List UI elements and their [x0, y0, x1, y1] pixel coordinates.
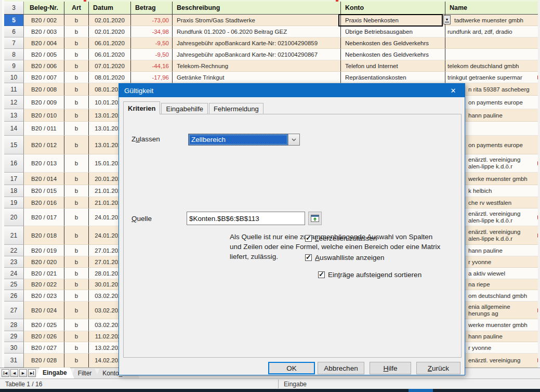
cell-beleg-nr[interactable]: B20 / 021: [24, 268, 64, 279]
cell-name[interactable]: [445, 37, 538, 49]
cell-art[interactable]: b: [64, 49, 89, 60]
tab-kriterien[interactable]: Kriterien: [123, 101, 160, 114]
cell-datum[interactable]: 06.01.2020: [89, 37, 131, 49]
cell-art[interactable]: b: [64, 136, 89, 154]
cell-art[interactable]: b: [64, 72, 89, 83]
column-header-datum[interactable]: Datum: [89, 2, 131, 14]
ok-button[interactable]: OK: [268, 362, 315, 374]
cell-beleg-nr[interactable]: B20 / 013: [24, 154, 64, 173]
row-header[interactable]: 6: [4, 26, 24, 37]
cell-beleg-nr[interactable]: B20 / 006: [24, 60, 64, 72]
cell-art[interactable]: b: [64, 122, 89, 136]
cell-beleg-nr[interactable]: B20 / 015: [24, 185, 64, 197]
cell-art[interactable]: b: [64, 109, 89, 122]
cell-beleg-nr[interactable]: B20 / 020: [24, 256, 64, 268]
cell-beleg-nr[interactable]: B20 / 010: [24, 109, 64, 122]
cell-art[interactable]: b: [64, 279, 89, 290]
close-icon[interactable]: ✕: [442, 84, 465, 97]
cell-beleg-nr[interactable]: B20 / 007: [24, 72, 64, 83]
cell-art[interactable]: b: [64, 83, 89, 96]
cell-name[interactable]: telekom deutschland gmbh: [445, 60, 538, 72]
sheet-tab-filter[interactable]: Filter: [71, 369, 99, 378]
cell-art[interactable]: b: [64, 256, 89, 268]
cell-beleg-nr[interactable]: B20 / 022: [24, 279, 64, 290]
row-header[interactable]: 11: [4, 83, 24, 96]
cell-art[interactable]: b: [64, 319, 89, 331]
cell-betrag[interactable]: -9,50: [131, 49, 173, 60]
cell-art[interactable]: b: [64, 268, 89, 279]
row-header[interactable]: 15: [4, 136, 24, 154]
row-header[interactable]: 27: [4, 302, 24, 319]
cell-art[interactable]: b: [64, 226, 89, 245]
row-header[interactable]: 21: [4, 226, 24, 245]
column-header-art[interactable]: Art: [64, 2, 89, 14]
cell-art[interactable]: b: [64, 37, 89, 49]
sheet-prev-button[interactable]: ◀: [10, 369, 18, 377]
cell-art[interactable]: b: [64, 26, 89, 37]
cell-beleg-nr[interactable]: B20 / 003: [24, 26, 64, 37]
hilfe-button[interactable]: Hilfe: [370, 362, 411, 374]
cell-beleg-nr[interactable]: B20 / 002: [24, 15, 64, 26]
cell-beleg-nr[interactable]: B20 / 018: [24, 226, 64, 245]
allow-combobox[interactable]: Zellbereich: [188, 134, 300, 146]
sheet-last-button[interactable]: ▶: [28, 369, 36, 377]
cell-datum[interactable]: 08.01.2020: [89, 72, 131, 83]
cell-beschreibung[interactable]: Jahresgebühr apoBankcard Karte-Nr: 02100…: [173, 37, 341, 49]
row-header[interactable]: 5: [4, 15, 24, 26]
cell-konto[interactable]: Repräsentationskosten: [341, 72, 445, 83]
cell-betrag[interactable]: -9,50: [131, 37, 173, 49]
cell-betrag[interactable]: -17,96: [131, 72, 173, 83]
cell-beleg-nr[interactable]: B20 / 023: [24, 290, 64, 302]
cell-beleg-nr[interactable]: B20 / 008: [24, 83, 64, 96]
cell-beleg-nr[interactable]: B20 / 019: [24, 245, 64, 256]
row-header[interactable]: 25: [4, 279, 24, 290]
sheet-next-button[interactable]: ▶: [19, 369, 27, 377]
row-header[interactable]: 12: [4, 96, 24, 109]
row-header[interactable]: 29: [4, 331, 24, 342]
row-header[interactable]: 7: [4, 37, 24, 49]
row-header[interactable]: 30: [4, 342, 24, 354]
cell-betrag[interactable]: -73,00: [131, 15, 173, 26]
row-header[interactable]: 3: [4, 2, 24, 14]
cell-beleg-nr[interactable]: B20 / 016: [24, 197, 64, 208]
cell-konto[interactable]: Telefon und Internet: [341, 60, 445, 72]
abbrechen-button[interactable]: Abbrechen: [318, 362, 364, 374]
cell-beleg-nr[interactable]: B20 / 028: [24, 354, 64, 368]
cell-name[interactable]: rundfunk ard, zdf, dradio: [445, 26, 538, 37]
cell-datum[interactable]: 02.01.2020: [89, 26, 131, 37]
sheet-tab-eingabe[interactable]: Eingabe: [35, 368, 74, 378]
cell-beschreibung[interactable]: Rundfunk 01.2020 - 06.2020 Beitrag GEZ: [173, 26, 341, 37]
cell-art[interactable]: b: [64, 342, 89, 354]
row-header[interactable]: 8: [4, 49, 24, 60]
row-header[interactable]: 18: [4, 185, 24, 197]
cell-beleg-nr[interactable]: B20 / 027: [24, 342, 64, 354]
row-header[interactable]: 22: [4, 245, 24, 256]
cell-beschreibung[interactable]: Praxis Strom/Gas Stadtwerke: [173, 15, 341, 26]
cell-art[interactable]: b: [64, 208, 89, 226]
cell-beleg-nr[interactable]: B20 / 017: [24, 208, 64, 226]
cell-beleg-nr[interactable]: B20 / 011: [24, 122, 64, 136]
cell-name[interactable]: [445, 49, 538, 60]
cell-beleg-nr[interactable]: B20 / 026: [24, 331, 64, 342]
cell-beleg-nr[interactable]: B20 / 004: [24, 37, 64, 49]
zurck-button[interactable]: Zurück: [416, 362, 460, 374]
cell-betrag[interactable]: -44,16: [131, 60, 173, 72]
column-header-name[interactable]: Name: [445, 2, 538, 14]
cell-art[interactable]: b: [64, 96, 89, 109]
cell-betrag[interactable]: -34,98: [131, 26, 173, 37]
row-header[interactable]: 16: [4, 154, 24, 173]
row-header[interactable]: 19: [4, 197, 24, 208]
row-header[interactable]: 26: [4, 290, 24, 302]
cell-art[interactable]: b: [64, 245, 89, 256]
cell-konto[interactable]: Nebenkosten des Geldverkehrs: [341, 37, 445, 49]
cell-konto[interactable]: Nebenkosten des Geldverkehrs: [341, 49, 445, 60]
row-header[interactable]: 31: [4, 354, 24, 368]
cell-art[interactable]: b: [64, 302, 89, 319]
row-header[interactable]: 24: [4, 268, 24, 279]
cell-art[interactable]: b: [64, 290, 89, 302]
cell-art[interactable]: b: [64, 173, 89, 185]
row-header[interactable]: 14: [4, 122, 24, 136]
sheet-first-button[interactable]: ◀: [2, 369, 9, 377]
validation-dropdown-button[interactable]: ▼: [443, 15, 451, 24]
cell-datum[interactable]: 06.01.2020: [89, 49, 131, 60]
